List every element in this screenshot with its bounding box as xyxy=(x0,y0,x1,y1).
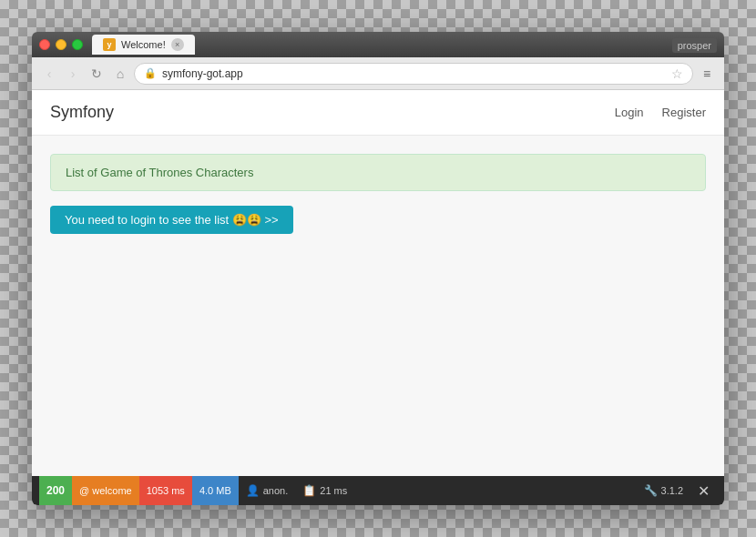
debug-time[interactable]: 1053 ms xyxy=(139,476,192,505)
debug-user-label: anon. xyxy=(263,485,289,496)
tab-area: y Welcome! × xyxy=(92,35,672,55)
window-controls: prosper xyxy=(672,36,717,53)
debug-status[interactable]: 200 xyxy=(39,476,72,505)
debug-user[interactable]: 👤 anon. xyxy=(239,476,296,505)
app-header: Symfony Login Register xyxy=(32,90,724,136)
debug-db-label: 21 ms xyxy=(320,485,347,496)
address-text: symfony-got.app xyxy=(162,67,666,80)
page-content: Symfony Login Register List of Game of T… xyxy=(32,90,724,505)
symfony-icon: 🔧 xyxy=(644,484,658,497)
minimize-button[interactable] xyxy=(56,39,66,50)
title-bar: y Welcome! × prosper xyxy=(32,32,724,57)
login-prompt-button[interactable]: You need to login to see the list 😩😩 >> xyxy=(50,206,293,234)
debug-route[interactable]: @ welcome xyxy=(72,476,139,505)
bookmark-icon[interactable]: ☆ xyxy=(671,66,683,81)
tab-favicon: y xyxy=(103,38,116,51)
forward-button[interactable]: › xyxy=(63,64,83,84)
debug-toolbar: 200 @ welcome 1053 ms 4.0 MB 👤 anon. 📋 2… xyxy=(32,476,724,505)
user-icon: 👤 xyxy=(246,484,260,497)
nav-bar: ‹ › ↻ ⌂ 🔒 symfony-got.app ☆ ≡ xyxy=(32,57,724,90)
app-brand: Symfony xyxy=(50,103,615,122)
home-button[interactable]: ⌂ xyxy=(110,64,130,84)
login-link[interactable]: Login xyxy=(615,106,644,119)
lock-icon: 🔒 xyxy=(144,67,157,79)
debug-symfony-version[interactable]: 🔧 3.1.2 xyxy=(637,476,690,505)
close-button[interactable] xyxy=(39,39,50,50)
address-bar[interactable]: 🔒 symfony-got.app ☆ xyxy=(134,63,693,85)
tab-title: Welcome! xyxy=(121,39,166,50)
maximize-button[interactable] xyxy=(72,39,83,50)
debug-memory[interactable]: 4.0 MB xyxy=(192,476,239,505)
window-label: prosper xyxy=(672,38,717,53)
debug-close-button[interactable]: ✕ xyxy=(690,476,717,505)
symfony-version-label: 3.1.2 xyxy=(661,485,683,496)
back-button[interactable]: ‹ xyxy=(39,64,59,84)
main-area: List of Game of Thrones Characters You n… xyxy=(32,136,724,476)
tab-close-button[interactable]: × xyxy=(171,38,184,51)
reload-button[interactable]: ↻ xyxy=(87,64,107,84)
register-link[interactable]: Register xyxy=(662,106,706,119)
db-icon: 📋 xyxy=(302,484,316,497)
app-nav: Login Register xyxy=(615,106,706,119)
page-title-alert: List of Game of Thrones Characters xyxy=(50,154,706,191)
debug-db[interactable]: 📋 21 ms xyxy=(295,476,354,505)
browser-tab[interactable]: y Welcome! × xyxy=(92,35,195,55)
browser-menu-button[interactable]: ≡ xyxy=(697,64,717,84)
traffic-lights xyxy=(39,39,83,50)
browser-window: y Welcome! × prosper ‹ › ↻ ⌂ 🔒 symfony-g… xyxy=(32,32,724,505)
